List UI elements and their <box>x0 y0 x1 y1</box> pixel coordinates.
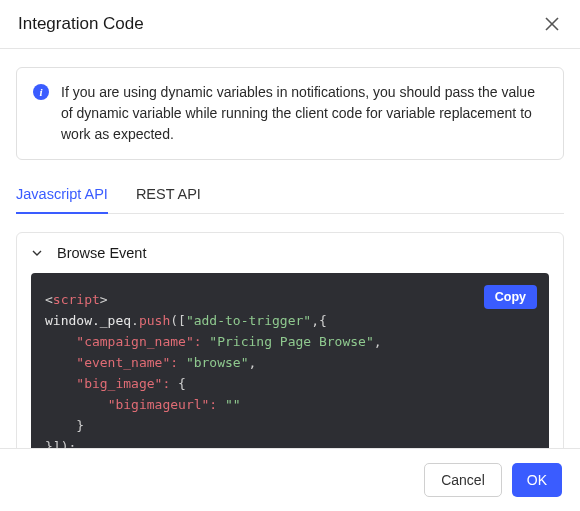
close-icon[interactable] <box>542 14 562 34</box>
tab-rest-api[interactable]: REST API <box>136 178 201 214</box>
code-token: "big_image": <box>76 376 170 391</box>
code-token: "bigimageurl": <box>108 397 218 412</box>
modal-title: Integration Code <box>18 14 144 34</box>
code-token: < <box>45 292 53 307</box>
code-token: { <box>170 376 186 391</box>
info-callout: i If you are using dynamic variables in … <box>16 67 564 160</box>
modal-header: Integration Code <box>0 0 580 49</box>
code-token: "browse" <box>178 355 248 370</box>
modal-footer: Cancel OK <box>0 448 580 511</box>
code-token: ,{ <box>311 313 327 328</box>
code-block: Copy<script> window._peq.push(["add-to-t… <box>31 273 549 473</box>
copy-button[interactable]: Copy <box>484 285 537 309</box>
tab-bar: Javascript API REST API <box>16 178 564 214</box>
chevron-down-icon <box>31 247 43 259</box>
code-token: script <box>53 292 100 307</box>
cancel-button[interactable]: Cancel <box>424 463 502 497</box>
code-token: "Pricing Page Browse" <box>202 334 374 349</box>
tab-javascript-api[interactable]: Javascript API <box>16 178 108 214</box>
info-text: If you are using dynamic variables in no… <box>61 82 547 145</box>
code-token: , <box>374 334 382 349</box>
code-token: ([ <box>170 313 186 328</box>
code-token: window._peq <box>45 313 131 328</box>
section-title: Browse Event <box>57 245 146 261</box>
code-token: "" <box>217 397 240 412</box>
section-toggle[interactable]: Browse Event <box>17 233 563 273</box>
code-token: } <box>76 418 84 433</box>
code-token: "add-to-trigger" <box>186 313 311 328</box>
code-token: "event_name": <box>76 355 178 370</box>
modal-body: i If you are using dynamic variables in … <box>0 49 580 488</box>
code-token: , <box>249 355 257 370</box>
info-icon: i <box>33 84 49 100</box>
code-token: . <box>131 313 139 328</box>
code-token: push <box>139 313 170 328</box>
code-token: "campaign_name": <box>76 334 201 349</box>
ok-button[interactable]: OK <box>512 463 562 497</box>
code-token: > <box>100 292 108 307</box>
